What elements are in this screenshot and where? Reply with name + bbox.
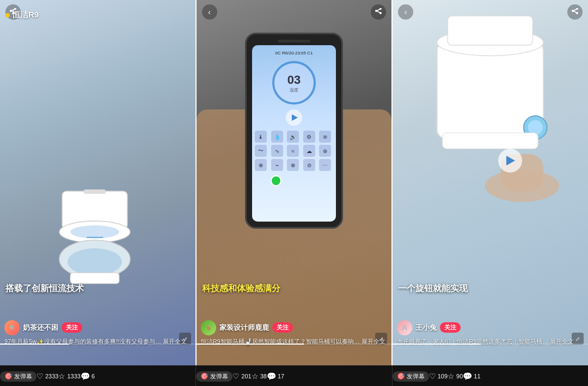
- progress-bar-2[interactable]: [197, 344, 392, 345]
- user-row-3: 🐰 王小兔 关注: [397, 320, 584, 335]
- star-count-1: 1333: [67, 373, 80, 379]
- video-card-2: 0C R6/20-23:05 C1 03 温度 🌡 💧 🔊 ⚙: [195, 0, 392, 365]
- like-count-3: 109: [438, 373, 448, 379]
- star-icon-1: ☆: [58, 372, 65, 381]
- svg-rect-7: [84, 189, 106, 194]
- back-button-2[interactable]: ‹: [202, 4, 217, 20]
- caption-3: 一个旋钮就能实现: [393, 283, 588, 295]
- like-item-3[interactable]: ♡ 109: [429, 372, 448, 381]
- action-bar-3: 🎯 发弹幕 ♡ 109 ☆ 90 💬 11: [393, 366, 588, 386]
- like-item-2[interactable]: ♡ 201: [232, 372, 251, 381]
- svg-point-3: [68, 248, 122, 275]
- comment-count-2: 17: [278, 373, 284, 379]
- phone-play-triangle: [292, 114, 298, 121]
- bottom-info-2: 🦌 家装设计师鹿鹿 关注 恒洁R9智能马桶🚽居然智能成这样了？智能马桶可以奏响……: [197, 320, 392, 346]
- svg-point-12: [379, 12, 382, 14]
- top-bar-1: 恒洁R9: [0, 4, 195, 20]
- progress-bar-3[interactable]: [393, 344, 588, 345]
- avatar-3: 🐰: [397, 320, 412, 335]
- star-item-1[interactable]: ☆ 1333: [58, 372, 80, 381]
- action-bar-2: 🎯 发弹幕 ♡ 201 ☆ 38 💬 17: [196, 366, 392, 386]
- like-count-1: 2333: [45, 373, 58, 379]
- danmu-icon-1: 🎯: [4, 372, 13, 380]
- avatar-1: 🧋: [4, 320, 20, 335]
- star-count-2: 38: [260, 373, 267, 379]
- svg-point-5: [70, 225, 119, 238]
- star-icon-2: ☆: [252, 372, 259, 381]
- comment-icon-2: 💬: [267, 372, 276, 381]
- phone-play-btn: [286, 109, 302, 126]
- share-button-2[interactable]: [371, 4, 386, 20]
- top-bar-3: ‹: [393, 4, 588, 20]
- danmu-label-2: 发弹幕: [210, 372, 228, 381]
- phone-circle-label: 温度: [290, 87, 298, 93]
- phone-icons-grid: 🌡 💧 🔊 ⚙ ≋ 〜 ∿ ≈ ☁ ⊛ ⊕ ⌁ ⊗ ⊘ ⋯: [255, 131, 333, 171]
- progress-bar-1[interactable]: [0, 344, 195, 345]
- danmu-label-3: 发弹幕: [407, 372, 425, 381]
- svg-point-24: [572, 10, 574, 12]
- comment-count-1: 6: [91, 373, 95, 379]
- phone-circle: 03 温度: [272, 61, 316, 105]
- danmu-button-2[interactable]: 🎯 发弹幕: [196, 371, 232, 382]
- phone-screen: 0C R6/20-23:05 C1 03 温度 🌡 💧 🔊 ⚙: [252, 45, 336, 222]
- star-count-3: 90: [456, 373, 463, 379]
- progress-fill-3: [393, 344, 480, 345]
- comment-item-1[interactable]: 💬 6: [81, 372, 95, 381]
- phone-status-bar: 0C R6/20-23:05 C1: [255, 51, 333, 56]
- green-indicator: [271, 175, 281, 186]
- like-icon-3: ♡: [429, 372, 436, 381]
- video-card-3: ‹ 一个旋钮就能实现 🐰 王小兔 关注 大开眼界了，家人们！恒洁R9居然这多才艺…: [391, 0, 588, 365]
- svg-rect-18: [448, 16, 533, 45]
- progress-fill-2: [197, 344, 304, 345]
- action-bar-1: 🎯 发弹幕 ♡ 2333 ☆ 1333 💬 6: [0, 366, 196, 386]
- follow-button-3[interactable]: 关注: [440, 322, 461, 333]
- bottom-info-1: 🧋 奶茶还不困 关注 97年月薪5w✨没有父母参与的装修有多爽‼️没有父母参与……: [0, 320, 195, 346]
- svg-point-23: [576, 12, 578, 14]
- caption-text-2: 科技感和体验感满分: [202, 283, 387, 295]
- caption-text-3: 一个旋钮就能实现: [398, 283, 583, 295]
- like-count-2: 201: [241, 373, 251, 379]
- back-button-3[interactable]: ‹: [398, 4, 413, 20]
- svg-point-13: [375, 10, 377, 12]
- comment-item-2[interactable]: 💬 17: [267, 372, 284, 381]
- caption-2: 科技感和体验感满分: [197, 283, 392, 295]
- follow-button-2[interactable]: 关注: [272, 322, 293, 333]
- product-area-3: [393, 0, 588, 365]
- phone-illustration: 0C R6/20-23:05 C1 03 温度 🌡 💧 🔊 ⚙: [245, 33, 343, 229]
- progress-fill-1: [0, 344, 69, 345]
- username-1: 奶茶还不困: [23, 323, 58, 333]
- like-item-1[interactable]: ♡ 2333: [36, 372, 58, 381]
- star-item-2[interactable]: ☆ 38: [252, 372, 267, 381]
- danmu-icon-2: 🎯: [200, 372, 209, 380]
- phone-notch: [278, 40, 310, 42]
- play-triangle-3: [506, 156, 515, 166]
- bottom-action-bars: 🎯 发弹幕 ♡ 2333 ☆ 1333 💬 6 🎯 发弹幕 ♡ 201 ☆ 38: [0, 365, 588, 386]
- toilet-illustration-1: [40, 188, 155, 286]
- comment-icon-1: 💬: [81, 372, 90, 381]
- caption-text-1: 搭载了创新恒流技术: [5, 283, 190, 295]
- play-button-3[interactable]: [498, 149, 522, 173]
- phone-number: 03: [287, 73, 301, 87]
- star-item-3[interactable]: ☆ 90: [448, 372, 463, 381]
- svg-rect-19: [443, 133, 538, 149]
- bottom-info-3: 🐰 王小兔 关注 大开眼界了，家人们！恒洁R9居然这多才艺！智能马桶… 展开全文: [393, 320, 588, 346]
- product-illustration-3: [393, 0, 588, 292]
- follow-button-1[interactable]: 关注: [62, 322, 82, 333]
- brand-dot-1: [5, 13, 10, 17]
- danmu-button-3[interactable]: 🎯 发弹幕: [393, 371, 429, 382]
- comment-icon-3: 💬: [463, 372, 472, 381]
- like-icon-1: ♡: [36, 372, 44, 381]
- phone-area: 0C R6/20-23:05 C1 03 温度 🌡 💧 🔊 ⚙: [197, 0, 392, 365]
- comment-item-3[interactable]: 💬 11: [463, 372, 480, 381]
- videos-container: 恒洁R9 搭载了创新恒流技术 🧋 奶茶还不困 关注 97年月薪5w✨没有父母参与…: [0, 0, 588, 365]
- like-icon-2: ♡: [232, 372, 240, 381]
- user-row-1: 🧋 奶茶还不困 关注: [4, 320, 191, 335]
- brand-name-1: 恒洁R9: [12, 10, 39, 20]
- danmu-button-1[interactable]: 🎯 发弹幕: [0, 371, 36, 382]
- top-bar-2: ‹: [197, 4, 392, 20]
- share-button-3[interactable]: [567, 4, 583, 20]
- video-bg-1: [0, 0, 195, 365]
- user-row-2: 🦌 家装设计师鹿鹿 关注: [201, 320, 388, 335]
- username-3: 王小兔: [415, 323, 437, 333]
- danmu-label-1: 发弹幕: [14, 372, 32, 381]
